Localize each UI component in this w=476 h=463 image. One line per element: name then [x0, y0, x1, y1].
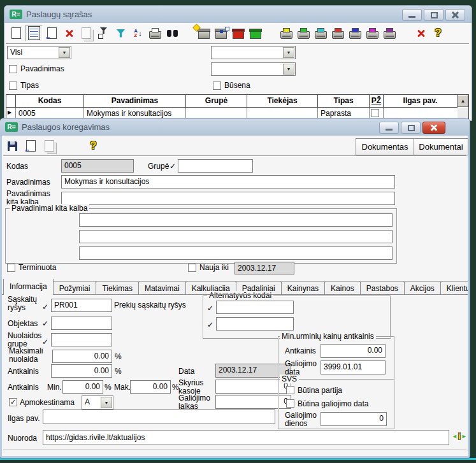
galiojimo-data-field[interactable]: 3999.01.01 — [321, 360, 386, 374]
cell-grupe[interactable] — [186, 108, 247, 119]
help-icon[interactable]: ? — [430, 25, 446, 41]
new-document-icon[interactable] — [8, 25, 24, 41]
saskaitu-lookup-check-icon[interactable]: ✓ — [42, 303, 48, 311]
export-box-icon[interactable] — [247, 25, 263, 41]
tab-informacija[interactable]: Informacija — [3, 279, 54, 295]
table-row[interactable]: ▶ 0005 Mokymas ir konsultacijos Paprasta — [6, 108, 468, 119]
nuolaidos-lookup-check-icon[interactable]: ✓ — [42, 338, 48, 346]
chevron-down-icon[interactable]: ▼ — [283, 64, 294, 75]
print-yellow-icon[interactable] — [278, 25, 294, 41]
sort-az-icon[interactable]: AZ↓ — [130, 25, 146, 41]
help-icon[interactable]: ? — [85, 138, 101, 153]
cell-tiekejas[interactable] — [247, 108, 318, 119]
galiojimo-dienos-field[interactable]: 0 — [321, 412, 387, 426]
cell-pavadinimas[interactable]: Mokymas ir konsultacijos — [84, 108, 186, 119]
nauja-iki-checkbox[interactable] — [188, 264, 196, 272]
objektas-lookup-check-icon[interactable]: ✓ — [42, 319, 48, 328]
filter-select-2[interactable]: ▼ — [211, 62, 296, 76]
pavadinimas-kita-field[interactable] — [61, 192, 395, 205]
kodas-field[interactable]: 0005 — [61, 159, 134, 173]
busena-checkbox[interactable] — [213, 82, 221, 90]
cell-ilgas-pav[interactable] — [384, 108, 458, 119]
alt-kodas2-check-icon[interactable]: ✓ — [207, 320, 213, 329]
tab-kainynas[interactable]: Kainynas — [281, 281, 325, 295]
tab-pastabos[interactable]: Pastabos — [360, 281, 405, 295]
pz-checkbox[interactable] — [371, 109, 379, 117]
alt-kodas1-field[interactable] — [216, 301, 294, 314]
cell-tipas[interactable]: Paprasta — [318, 108, 370, 119]
scroll-up-button[interactable]: ▲ — [458, 95, 468, 107]
find-icon[interactable] — [164, 25, 180, 41]
close-button[interactable] — [445, 9, 465, 21]
column-header-grupe[interactable]: Grupė — [186, 95, 247, 108]
column-header-ilgas-pav[interactable]: Ilgas pav. — [384, 95, 458, 108]
view-document-icon[interactable]: ∞ — [44, 25, 60, 41]
apmokestinama-checkbox[interactable]: ✓ — [9, 398, 17, 406]
structure-link-icon[interactable] — [213, 25, 229, 41]
print-icon[interactable] — [147, 25, 163, 41]
tab-klientu-preke[interactable]: Klientų prekė — [440, 281, 468, 295]
nuolaidos-grupe-field[interactable] — [51, 333, 112, 346]
chevron-down-icon[interactable]: ▼ — [101, 397, 112, 408]
column-header-pavadinimas[interactable]: Pavadinimas — [84, 95, 186, 108]
column-header-kodas[interactable]: Kodas — [16, 95, 84, 108]
cell-kodas[interactable]: 0005 — [16, 108, 84, 119]
nauja-iki-field[interactable]: 2003.12.17 — [234, 262, 294, 274]
filter-column-icon[interactable] — [96, 25, 112, 41]
cell-pz[interactable] — [370, 108, 384, 119]
minimize-button[interactable] — [379, 122, 399, 134]
antkainis-mak-field[interactable]: 0.00 — [130, 380, 171, 394]
chevron-down-icon[interactable]: ▼ — [59, 47, 70, 58]
minimize-button[interactable] — [402, 9, 422, 21]
kita-kalba-field-2[interactable] — [79, 230, 393, 243]
print-blue-icon[interactable] — [347, 25, 363, 41]
import-box-icon[interactable] — [230, 25, 246, 41]
terminuota-checkbox[interactable] — [7, 264, 15, 272]
kita-kalba-field-1[interactable] — [79, 213, 393, 227]
maximize-button[interactable] — [424, 9, 444, 21]
grupe-lookup-check-icon[interactable]: ✓ — [169, 162, 176, 171]
chevron-down-icon[interactable]: ▼ — [283, 47, 294, 58]
view-document-icon[interactable]: ∞ — [23, 138, 39, 153]
pavadinimas-field[interactable]: Mokymas ir konsultacijos — [61, 175, 395, 189]
edit-window-titlebar[interactable]: R= Paslaugos koregavimas — [0, 118, 470, 136]
saskaitu-rysys-field[interactable]: PR001 — [51, 299, 112, 312]
tab-akcijos[interactable]: Akcijos — [404, 281, 441, 295]
tipas-checkbox[interactable] — [9, 82, 17, 90]
apmokestinama-select[interactable]: A ▼ — [82, 395, 113, 410]
edit-document-icon[interactable] — [25, 25, 43, 41]
cancel-icon[interactable] — [413, 25, 429, 41]
dokumentai-button[interactable]: Dokumentai — [414, 138, 468, 155]
maximize-button[interactable] — [401, 122, 421, 134]
ilgas-pav-field[interactable] — [43, 410, 275, 424]
close-button[interactable] — [422, 122, 445, 134]
filter-icon[interactable] — [113, 25, 129, 41]
column-header-tipas[interactable]: Tipas — [318, 95, 370, 108]
alt-kodas2-field[interactable] — [216, 317, 294, 331]
tab-tiekimas[interactable]: Tiekimas — [96, 281, 139, 295]
print-cyan-icon[interactable] — [313, 25, 329, 41]
urm-antkainis-field[interactable]: 0.00 — [321, 344, 386, 358]
kita-kalba-field-3[interactable] — [79, 246, 393, 260]
butina-galiojimo-checkbox[interactable] — [286, 399, 294, 408]
column-header-tiekejas[interactable]: Tiekėjas — [247, 95, 318, 108]
butina-partija-checkbox[interactable] — [286, 386, 294, 394]
tab-matavimai[interactable]: Matavimai — [138, 281, 186, 295]
open-link-icon[interactable]: ◄i► — [452, 431, 467, 441]
print-magenta-icon[interactable] — [364, 25, 380, 41]
pavadinimas-checkbox[interactable] — [9, 65, 17, 73]
grupe-field[interactable] — [178, 159, 253, 173]
maksimali-nuolaida-field[interactable]: 0.00 — [52, 350, 112, 363]
tab-pozymiai[interactable]: Požymiai — [53, 281, 97, 295]
antkainis-field[interactable]: 0.00 — [51, 364, 112, 378]
objektas-field[interactable] — [51, 317, 112, 330]
alt-kodas1-check-icon[interactable]: ✓ — [207, 304, 213, 313]
import-new-icon[interactable] — [196, 25, 212, 41]
scrollbar-track[interactable] — [458, 108, 468, 119]
column-header-pz[interactable]: PŽ — [370, 95, 384, 108]
type-filter-select[interactable]: Visi ▼ — [7, 46, 71, 59]
save-icon[interactable] — [4, 138, 20, 153]
print-green-icon[interactable] — [296, 25, 312, 41]
print-purple-icon[interactable] — [382, 25, 398, 41]
list-window-titlebar[interactable]: R= Paslaugų sąrašas — [4, 6, 472, 23]
